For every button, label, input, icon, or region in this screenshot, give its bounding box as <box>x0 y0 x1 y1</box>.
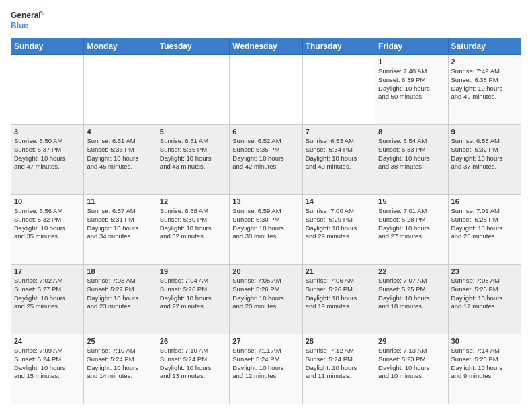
day-number: 19 <box>160 267 226 275</box>
calendar-day-cell: 3Sunrise: 6:50 AM Sunset: 5:37 PM Daylig… <box>11 125 84 195</box>
day-number: 17 <box>14 267 81 275</box>
day-info: Sunrise: 7:02 AM Sunset: 5:27 PM Dayligh… <box>14 277 81 311</box>
svg-text:Blue: Blue <box>11 21 28 30</box>
calendar-day-cell: 15Sunrise: 7:01 AM Sunset: 5:28 PM Dayli… <box>375 195 448 265</box>
day-number: 12 <box>160 197 226 205</box>
calendar-day-cell: 9Sunrise: 6:55 AM Sunset: 5:32 PM Daylig… <box>448 125 521 195</box>
logo: General Blue <box>11 8 44 32</box>
calendar-week-row: 1Sunrise: 7:48 AM Sunset: 6:39 PM Daylig… <box>11 55 521 125</box>
day-number: 29 <box>378 337 445 345</box>
day-number: 9 <box>451 128 518 136</box>
calendar-week-row: 3Sunrise: 6:50 AM Sunset: 5:37 PM Daylig… <box>11 125 521 195</box>
day-number: 28 <box>306 337 372 345</box>
day-info: Sunrise: 7:08 AM Sunset: 5:25 PM Dayligh… <box>451 277 518 311</box>
calendar-day-header: Saturday <box>448 38 521 55</box>
day-info: Sunrise: 6:50 AM Sunset: 5:37 PM Dayligh… <box>14 137 81 171</box>
calendar-week-row: 24Sunrise: 7:09 AM Sunset: 5:24 PM Dayli… <box>11 334 521 404</box>
day-info: Sunrise: 7:14 AM Sunset: 5:23 PM Dayligh… <box>451 347 518 381</box>
page-header: General Blue <box>11 8 521 32</box>
day-number: 10 <box>14 197 81 205</box>
day-number: 16 <box>451 197 518 205</box>
calendar-day-cell: 22Sunrise: 7:07 AM Sunset: 5:25 PM Dayli… <box>375 265 448 334</box>
day-number: 30 <box>451 337 518 345</box>
calendar-day-cell: 7Sunrise: 6:53 AM Sunset: 5:34 PM Daylig… <box>302 125 375 195</box>
calendar-day-cell: 29Sunrise: 7:13 AM Sunset: 5:23 PM Dayli… <box>375 334 448 404</box>
day-info: Sunrise: 7:12 AM Sunset: 5:24 PM Dayligh… <box>306 347 372 381</box>
day-info: Sunrise: 7:04 AM Sunset: 5:26 PM Dayligh… <box>160 277 226 311</box>
day-info: Sunrise: 6:51 AM Sunset: 5:36 PM Dayligh… <box>87 137 153 171</box>
calendar-week-row: 17Sunrise: 7:02 AM Sunset: 5:27 PM Dayli… <box>11 265 521 334</box>
day-info: Sunrise: 7:49 AM Sunset: 6:38 PM Dayligh… <box>451 67 518 101</box>
calendar-header-row: SundayMondayTuesdayWednesdayThursdayFrid… <box>11 38 521 55</box>
calendar-day-cell: 20Sunrise: 7:05 AM Sunset: 5:26 PM Dayli… <box>230 265 302 334</box>
day-number: 15 <box>378 197 445 205</box>
calendar-day-cell: 16Sunrise: 7:01 AM Sunset: 5:28 PM Dayli… <box>448 195 521 265</box>
calendar-day-cell: 30Sunrise: 7:14 AM Sunset: 5:23 PM Dayli… <box>448 334 521 404</box>
calendar-table: SundayMondayTuesdayWednesdayThursdayFrid… <box>11 38 521 404</box>
calendar-day-cell: 18Sunrise: 7:03 AM Sunset: 5:27 PM Dayli… <box>84 265 157 334</box>
day-info: Sunrise: 6:54 AM Sunset: 5:33 PM Dayligh… <box>378 137 445 171</box>
day-number: 8 <box>378 128 445 136</box>
day-info: Sunrise: 7:10 AM Sunset: 5:24 PM Dayligh… <box>87 347 153 381</box>
calendar-day-cell: 19Sunrise: 7:04 AM Sunset: 5:26 PM Dayli… <box>157 265 229 334</box>
day-number: 5 <box>160 128 226 136</box>
calendar-day-cell: 11Sunrise: 6:57 AM Sunset: 5:31 PM Dayli… <box>84 195 157 265</box>
calendar-day-cell: 23Sunrise: 7:08 AM Sunset: 5:25 PM Dayli… <box>448 265 521 334</box>
calendar-day-cell <box>84 55 157 125</box>
day-info: Sunrise: 6:59 AM Sunset: 5:30 PM Dayligh… <box>232 207 299 241</box>
day-number: 7 <box>306 128 372 136</box>
day-info: Sunrise: 7:10 AM Sunset: 5:24 PM Dayligh… <box>160 347 226 381</box>
day-info: Sunrise: 7:03 AM Sunset: 5:27 PM Dayligh… <box>87 277 153 311</box>
day-number: 13 <box>232 197 299 205</box>
day-number: 4 <box>87 128 153 136</box>
calendar-day-cell: 12Sunrise: 6:58 AM Sunset: 5:30 PM Dayli… <box>157 195 229 265</box>
day-number: 26 <box>160 337 226 345</box>
calendar-day-cell: 24Sunrise: 7:09 AM Sunset: 5:24 PM Dayli… <box>11 334 84 404</box>
calendar-day-cell: 21Sunrise: 7:06 AM Sunset: 5:26 PM Dayli… <box>302 265 375 334</box>
day-number: 1 <box>378 58 445 66</box>
calendar-day-cell: 25Sunrise: 7:10 AM Sunset: 5:24 PM Dayli… <box>84 334 157 404</box>
calendar-day-cell <box>11 55 84 125</box>
calendar-day-cell: 14Sunrise: 7:00 AM Sunset: 5:29 PM Dayli… <box>302 195 375 265</box>
calendar-day-cell <box>157 55 229 125</box>
calendar-day-header: Thursday <box>302 38 375 55</box>
calendar-day-cell: 27Sunrise: 7:11 AM Sunset: 5:24 PM Dayli… <box>230 334 302 404</box>
day-number: 22 <box>378 267 445 275</box>
calendar-day-cell: 17Sunrise: 7:02 AM Sunset: 5:27 PM Dayli… <box>11 265 84 334</box>
calendar-day-cell: 28Sunrise: 7:12 AM Sunset: 5:24 PM Dayli… <box>302 334 375 404</box>
day-number: 23 <box>451 267 518 275</box>
calendar-day-header: Monday <box>84 38 157 55</box>
day-info: Sunrise: 7:07 AM Sunset: 5:25 PM Dayligh… <box>378 277 445 311</box>
svg-text:General: General <box>11 11 41 20</box>
day-number: 11 <box>87 197 153 205</box>
calendar-day-header: Tuesday <box>157 38 229 55</box>
calendar-day-cell: 6Sunrise: 6:52 AM Sunset: 5:35 PM Daylig… <box>230 125 302 195</box>
calendar-day-cell <box>302 55 375 125</box>
day-number: 21 <box>306 267 372 275</box>
day-info: Sunrise: 7:13 AM Sunset: 5:23 PM Dayligh… <box>378 347 445 381</box>
day-number: 24 <box>14 337 81 345</box>
day-info: Sunrise: 6:51 AM Sunset: 5:35 PM Dayligh… <box>160 137 226 171</box>
calendar-day-header: Wednesday <box>230 38 302 55</box>
day-info: Sunrise: 7:09 AM Sunset: 5:24 PM Dayligh… <box>14 347 81 381</box>
day-info: Sunrise: 7:06 AM Sunset: 5:26 PM Dayligh… <box>306 277 372 311</box>
calendar-day-cell <box>230 55 302 125</box>
calendar-day-cell: 4Sunrise: 6:51 AM Sunset: 5:36 PM Daylig… <box>84 125 157 195</box>
day-number: 3 <box>14 128 81 136</box>
day-number: 25 <box>87 337 153 345</box>
day-number: 20 <box>232 267 299 275</box>
day-info: Sunrise: 7:48 AM Sunset: 6:39 PM Dayligh… <box>378 67 445 101</box>
day-info: Sunrise: 6:55 AM Sunset: 5:32 PM Dayligh… <box>451 137 518 171</box>
calendar-day-cell: 5Sunrise: 6:51 AM Sunset: 5:35 PM Daylig… <box>157 125 229 195</box>
day-info: Sunrise: 7:01 AM Sunset: 5:28 PM Dayligh… <box>451 207 518 241</box>
day-info: Sunrise: 7:01 AM Sunset: 5:28 PM Dayligh… <box>378 207 445 241</box>
day-info: Sunrise: 7:00 AM Sunset: 5:29 PM Dayligh… <box>306 207 372 241</box>
day-info: Sunrise: 6:56 AM Sunset: 5:32 PM Dayligh… <box>14 207 81 241</box>
calendar-week-row: 10Sunrise: 6:56 AM Sunset: 5:32 PM Dayli… <box>11 195 521 265</box>
day-info: Sunrise: 6:52 AM Sunset: 5:35 PM Dayligh… <box>232 137 299 171</box>
calendar-day-header: Sunday <box>11 38 84 55</box>
calendar-day-cell: 2Sunrise: 7:49 AM Sunset: 6:38 PM Daylig… <box>448 55 521 125</box>
day-number: 27 <box>232 337 299 345</box>
day-number: 18 <box>87 267 153 275</box>
calendar-day-cell: 10Sunrise: 6:56 AM Sunset: 5:32 PM Dayli… <box>11 195 84 265</box>
